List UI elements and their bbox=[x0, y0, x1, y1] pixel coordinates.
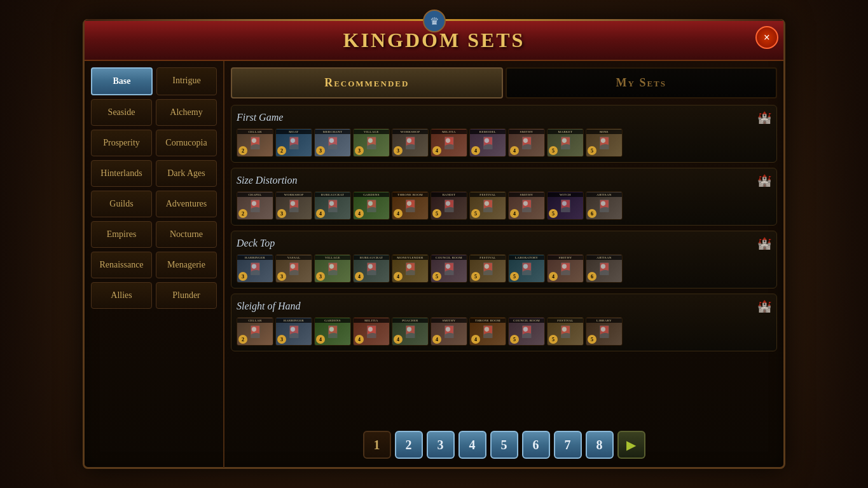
page-6-button[interactable]: 6 bbox=[522, 431, 550, 459]
card-name-label: Council Room bbox=[509, 318, 544, 323]
card-workshop: Workshop 🎴 3 bbox=[275, 191, 312, 220]
sidebar-item-empires[interactable]: Empires bbox=[91, 221, 152, 248]
card-throneroom: Throne Room 🎴 4 bbox=[469, 317, 506, 346]
sidebar-item-renaissance[interactable]: Renaissance bbox=[91, 252, 152, 278]
sidebar-item-intrigue[interactable]: Intrigue bbox=[156, 67, 217, 95]
card-smithy: Smithy 🎴 4 bbox=[508, 128, 545, 157]
building-icon-4: 🏰 bbox=[757, 299, 771, 313]
card-name-label: Cellar bbox=[237, 318, 273, 323]
card-cost-badge: 5 bbox=[510, 272, 519, 281]
card-cost-badge: 3 bbox=[355, 146, 364, 155]
card-militia: Militia 🎴 4 bbox=[353, 317, 390, 346]
sidebar-item-guilds[interactable]: Guilds bbox=[91, 191, 152, 217]
card-councilroom: Council Room 🎴 5 bbox=[508, 317, 545, 346]
set-size-distortion[interactable]: Size Distortion 🏰 Chapel 🎴 2 Workshop 🎴 … bbox=[231, 168, 777, 226]
card-village: Village 🎴 3 bbox=[314, 254, 351, 283]
set-first-game-header: First Game 🏰 bbox=[237, 111, 771, 125]
page-2-button[interactable]: 2 bbox=[395, 431, 423, 459]
card-bureaucrat: Bureaucrat 🎴 4 bbox=[353, 254, 390, 283]
sidebar-item-allies[interactable]: Allies bbox=[91, 282, 152, 309]
card-cost-badge: 3 bbox=[394, 146, 403, 155]
set-deck-top[interactable]: Deck Top 🏰 Harbinger 🎴 3 Vassal 🎴 3 Vill… bbox=[231, 231, 777, 288]
card-name-label: Throne Room bbox=[470, 318, 506, 323]
card-workshop: Workshop 🎴 3 bbox=[392, 128, 429, 157]
sidebar-item-adventures[interactable]: Adventures bbox=[156, 191, 217, 217]
card-smithy: Smithy 🎴 4 bbox=[547, 254, 584, 283]
card-cost-badge: 4 bbox=[394, 272, 403, 281]
card-cellar: Cellar 🎴 2 bbox=[237, 317, 273, 346]
card-cost-badge: 3 bbox=[277, 209, 286, 218]
card-cost-badge: 4 bbox=[432, 146, 441, 155]
card-cost-badge: 5 bbox=[471, 272, 480, 281]
card-witch: Witch 🎴 5 bbox=[547, 191, 584, 220]
card-mine: Mine 🎴 5 bbox=[586, 128, 623, 157]
card-name-label: Harbinger bbox=[237, 255, 273, 260]
next-page-button[interactable]: ▶ bbox=[617, 431, 645, 459]
card-artisan: Artisan 🎴 6 bbox=[586, 254, 623, 283]
set-deck-top-title: Deck Top bbox=[237, 238, 275, 249]
card-cost-badge: 4 bbox=[471, 146, 480, 155]
card-name-label: Moneylender bbox=[392, 255, 428, 260]
sidebar-item-cornucopia[interactable]: Cornucopia bbox=[156, 130, 217, 156]
page-1-button[interactable]: 1 bbox=[363, 431, 391, 459]
card-name-label: Militia bbox=[431, 130, 467, 134]
sidebar-row-3: Prosperity Cornucopia bbox=[91, 130, 217, 156]
tab-my-sets[interactable]: My Sets bbox=[506, 67, 778, 98]
card-cost-badge: 4 bbox=[394, 335, 403, 344]
card-name-label: Council Room bbox=[431, 255, 467, 260]
card-cost-badge: 4 bbox=[432, 335, 441, 344]
card-name-label: Moat bbox=[276, 130, 312, 134]
card-name-label: Artisan bbox=[586, 193, 622, 197]
page-3-button[interactable]: 3 bbox=[427, 431, 455, 459]
card-smithy: Smithy 🎴 4 bbox=[431, 317, 467, 346]
sidebar-item-plunder[interactable]: Plunder bbox=[156, 282, 217, 309]
card-harbinger: Harbinger 🎴 3 bbox=[237, 254, 273, 283]
page-5-button[interactable]: 5 bbox=[490, 431, 518, 459]
card-harbinger: Harbinger 🎴 3 bbox=[275, 317, 312, 346]
sidebar-item-dark-ages[interactable]: Dark Ages bbox=[156, 160, 217, 187]
sidebar-item-prosperity[interactable]: Prosperity bbox=[91, 130, 152, 156]
card-vassal: Vassal 🎴 3 bbox=[275, 254, 312, 283]
card-name-label: Harbinger bbox=[276, 318, 312, 323]
card-bandit: Bandit 🎴 5 bbox=[431, 191, 467, 220]
card-cost-badge: 4 bbox=[510, 146, 519, 155]
card-smithy: Smithy 🎴 4 bbox=[508, 191, 545, 220]
card-merchant: Merchant 🎴 3 bbox=[314, 128, 351, 157]
sidebar-item-alchemy[interactable]: Alchemy bbox=[156, 99, 217, 126]
sidebar-item-nocturne[interactable]: Nocturne bbox=[156, 221, 217, 248]
page-8-button[interactable]: 8 bbox=[586, 431, 614, 459]
set-deck-top-cards: Harbinger 🎴 3 Vassal 🎴 3 Village 🎴 3 Bur… bbox=[237, 254, 771, 283]
set-first-game-title: First Game bbox=[237, 112, 283, 123]
page-4-button[interactable]: 4 bbox=[458, 431, 486, 459]
card-name-label: Gardens bbox=[354, 193, 389, 197]
card-name-label: Laboratory bbox=[509, 255, 544, 260]
set-sleight-of-hand-cards: Cellar 🎴 2 Harbinger 🎴 3 Gardens 🎴 4 Mil… bbox=[237, 317, 771, 346]
card-festival: Festival 🎴 5 bbox=[469, 254, 506, 283]
card-cost-badge: 4 bbox=[355, 335, 364, 344]
set-first-game[interactable]: First Game 🏰 Cellar 🎴 2 Moat 🎴 2 Merchan… bbox=[231, 105, 777, 163]
card-cost-badge: 2 bbox=[238, 146, 247, 155]
card-cost-badge: 3 bbox=[238, 272, 247, 281]
card-garden: Gardens 🎴 4 bbox=[353, 191, 390, 220]
set-sleight-of-hand[interactable]: Sleight of Hand 🏰 Cellar 🎴 2 Harbinger 🎴… bbox=[231, 294, 777, 351]
card-name-label: Smithy bbox=[509, 130, 544, 134]
sets-container: First Game 🏰 Cellar 🎴 2 Moat 🎴 2 Merchan… bbox=[231, 105, 777, 426]
card-cost-badge: 5 bbox=[588, 335, 596, 344]
sidebar-item-base[interactable]: Base bbox=[91, 67, 153, 95]
card-cost-badge: 2 bbox=[238, 209, 247, 218]
card-name-label: Market bbox=[548, 130, 583, 134]
tab-recommended[interactable]: Recommended bbox=[231, 67, 503, 98]
close-button[interactable]: × bbox=[755, 26, 778, 49]
card-cost-badge: 5 bbox=[432, 272, 441, 281]
sidebar-item-menagerie[interactable]: Menagerie bbox=[156, 252, 217, 278]
page-7-button[interactable]: 7 bbox=[554, 431, 582, 459]
card-cost-badge: 3 bbox=[277, 335, 286, 344]
card-name-label: Mine bbox=[586, 130, 622, 134]
sidebar-item-hinterlands[interactable]: Hinterlands bbox=[91, 160, 152, 187]
main-panel: Recommended My Sets First Game 🏰 Cellar … bbox=[224, 61, 783, 468]
sidebar-item-seaside[interactable]: Seaside bbox=[91, 99, 152, 126]
card-name-label: Smithy bbox=[509, 193, 544, 197]
card-laboratory: Laboratory 🎴 5 bbox=[508, 254, 545, 283]
building-icon-3: 🏰 bbox=[757, 236, 771, 250]
sidebar-row-2: Seaside Alchemy bbox=[91, 99, 217, 126]
